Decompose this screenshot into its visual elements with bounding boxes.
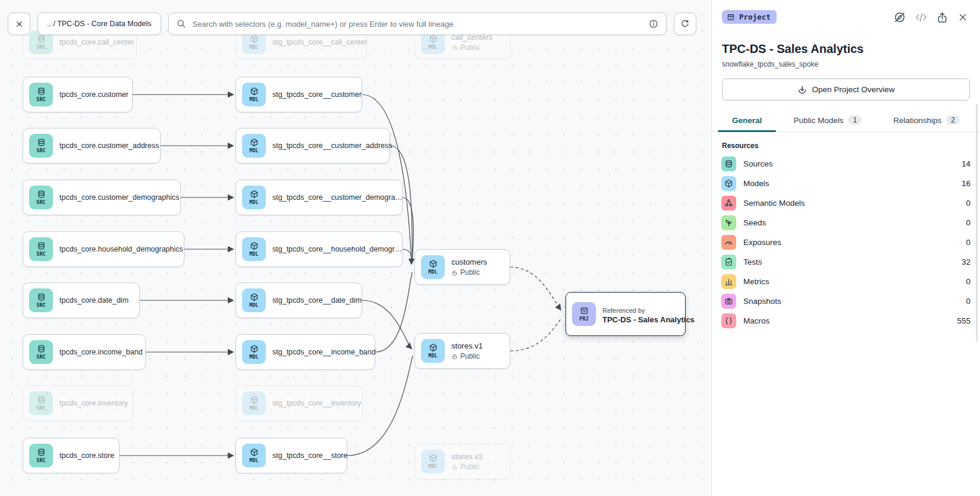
lineage-toolbar: .. / TPC-DS - Core Data Models	[8, 12, 696, 35]
resource-row-tests[interactable]: Tests32	[712, 252, 980, 272]
cube-icon: MDL	[421, 339, 445, 363]
exposure-icon	[724, 238, 733, 247]
cube-icon: MDL	[242, 186, 266, 209]
search-bar	[168, 12, 667, 35]
lock-icon	[451, 44, 458, 51]
database-icon: SRC	[29, 83, 53, 106]
cube-icon: MDL	[242, 83, 266, 106]
node-label: stg_tpcds_core__household_demogr…	[272, 245, 402, 253]
close-panel-icon[interactable]	[957, 12, 968, 23]
database-icon: SRC	[29, 288, 53, 312]
resource-row-sources[interactable]: Sources14	[712, 154, 980, 174]
lineage-node-pub-stores-v1[interactable]: MDLstores.v1Public	[414, 333, 510, 369]
search-input[interactable]	[191, 19, 643, 29]
database-icon: SRC	[29, 186, 53, 209]
breadcrumb[interactable]: .. / TPC-DS - Core Data Models	[37, 12, 161, 35]
tab-relationships[interactable]: Relationships2	[892, 111, 961, 131]
resource-name: Models	[743, 179, 954, 188]
code-icon[interactable]	[915, 11, 927, 23]
info-icon	[649, 19, 658, 29]
lineage-node-src-date-dim[interactable]: SRCtpcds_core.date_dim	[23, 282, 140, 318]
cube-icon	[250, 87, 259, 96]
lineage-node-stg-income-band[interactable]: MDLstg_tpcds_core__income_band	[235, 334, 375, 370]
lineage-node-pub-stores-v2[interactable]: MDLstores.v2Public	[414, 444, 510, 479]
resource-row-macros[interactable]: Macros555	[712, 311, 980, 331]
tab-general[interactable]: General	[731, 111, 763, 131]
lineage-node-src-customer[interactable]: SRCtpcds_core.customer	[23, 77, 133, 112]
resource-row-exposures[interactable]: Exposures0	[712, 233, 980, 252]
lineage-canvas[interactable]: SRCtpcds_core.call_centerSRCtpcds_core.c…	[0, 0, 711, 496]
node-label: stg_tpcds_core__income_band	[272, 348, 376, 356]
tab-public-models[interactable]: Public Models1	[792, 111, 863, 131]
seed-icon	[721, 215, 736, 230]
node-label: tpcds_core.date_dim	[59, 296, 128, 304]
database-icon	[37, 293, 46, 302]
lineage-node-prj-sales-analytics[interactable]: PRJReferenced byTPC-DS - Sales Analytics	[566, 292, 686, 336]
database-icon: SRC	[29, 444, 53, 467]
cube-icon: MDL	[242, 237, 266, 261]
open-project-overview-button[interactable]: Open Project Overview	[722, 79, 970, 101]
database-icon	[37, 34, 46, 43]
cube-icon	[429, 259, 438, 268]
resource-count: 0	[966, 297, 970, 306]
resource-row-metrics[interactable]: Metrics0	[712, 272, 980, 291]
lineage-node-src-customer-demographics[interactable]: SRCtpcds_core.customer_demographics	[23, 180, 181, 215]
test-icon	[724, 258, 733, 266]
overview-icon	[797, 85, 807, 95]
lineage-node-stg-inventory[interactable]: MDLstg_tpcds_core__inventory	[235, 385, 363, 421]
resource-row-models[interactable]: Models16	[712, 174, 980, 193]
lineage-node-stg-store[interactable]: MDLstg_tpcds_core__store	[235, 438, 347, 473]
close-lineage-button[interactable]	[8, 12, 30, 35]
cube-icon: MDL	[242, 391, 266, 415]
node-label: tpcds_core.customer	[59, 90, 128, 99]
exposure-icon	[721, 235, 736, 250]
node-label: stg_tpcds_core__call_center	[272, 38, 367, 46]
cube-icon	[429, 343, 438, 352]
lineage-node-stg-date-dim[interactable]: MDLstg_tpcds_core__date_dim	[235, 282, 362, 318]
cube-icon	[429, 454, 438, 463]
node-access-label: Public	[460, 268, 480, 277]
code-icon	[915, 11, 927, 23]
lineage-node-stg-customer-demographics[interactable]: MDLstg_tpcds_core__customer_demogra…	[235, 180, 403, 215]
explore-icon[interactable]	[894, 11, 906, 23]
node-label: stg_tpcds_core__inventory	[272, 399, 361, 407]
resource-name: Tests	[743, 258, 954, 266]
node-label: tpcds_core.customer_address	[59, 142, 159, 150]
database-icon	[37, 87, 46, 96]
semantic-icon	[724, 199, 733, 208]
database-icon: SRC	[29, 134, 53, 158]
refresh-button[interactable]	[674, 12, 696, 35]
lineage-node-src-store[interactable]: SRCtpcds_core.store	[23, 438, 120, 473]
project-badge-label: Project	[739, 12, 771, 21]
lineage-node-src-household-demographics[interactable]: SRCtpcds_core.household_demographics	[23, 231, 184, 267]
resource-row-snapshots[interactable]: Snapshots0	[712, 291, 980, 311]
info-icon[interactable]	[649, 19, 658, 29]
snapshot-icon	[724, 297, 733, 306]
lineage-node-src-income-band[interactable]: SRCtpcds_core.income_band	[23, 334, 146, 370]
node-label: TPC-DS - Sales Analytics	[602, 315, 695, 324]
lineage-node-stg-household-demographics[interactable]: MDLstg_tpcds_core__household_demogr…	[235, 231, 403, 267]
lineage-node-stg-customer[interactable]: MDLstg_tpcds_core__customer	[235, 77, 362, 112]
panel-tabs: GeneralPublic Models1Relationships2	[712, 111, 980, 132]
resource-row-semantic-models[interactable]: Semantic Models0	[712, 193, 980, 213]
lineage-node-pub-customers[interactable]: MDLcustomersPublic	[414, 249, 510, 285]
cube-icon	[721, 176, 736, 191]
node-label: stores.v2	[451, 452, 483, 461]
test-icon	[721, 255, 736, 269]
macro-icon	[724, 316, 733, 325]
lineage-node-src-customer-address[interactable]: SRCtpcds_core.customer_address	[23, 128, 161, 164]
x-icon	[15, 20, 24, 29]
refresh-icon	[680, 19, 690, 29]
node-label: stg_tpcds_core__customer	[272, 90, 362, 99]
resource-row-seeds[interactable]: Seeds0	[712, 213, 980, 233]
share-icon[interactable]	[937, 12, 948, 23]
resource-name: Metrics	[743, 277, 959, 286]
database-icon	[37, 190, 46, 199]
lineage-node-src-inventory[interactable]: SRCtpcds_core.inventory	[23, 385, 133, 421]
project-icon	[727, 13, 735, 21]
tab-count-badge: 2	[946, 115, 960, 125]
lineage-node-stg-customer-address[interactable]: MDLstg_tpcds_core__customer_address	[235, 128, 390, 164]
panel-scrollbar[interactable]	[976, 104, 978, 342]
refresh-icon	[680, 19, 690, 29]
node-label: stg_tpcds_core__date_dim	[272, 296, 362, 304]
